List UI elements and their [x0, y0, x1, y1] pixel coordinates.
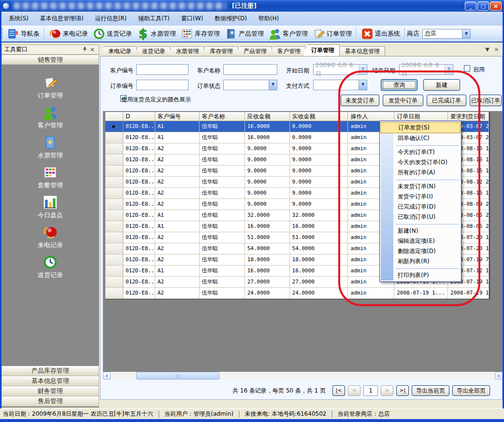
table-row[interactable]: 012D-E8...A2伍华聪24.000024.0000admin2008-0…	[105, 288, 489, 299]
toolbar-button-people[interactable]: 客户管理	[266, 27, 310, 41]
tab-产品管理[interactable]: 产品管理	[235, 46, 272, 56]
next-page-button[interactable]: >	[381, 385, 393, 396]
tool-window-close-icon[interactable]: ×	[88, 46, 96, 53]
tab-送货记录[interactable]: 送货记录	[134, 46, 171, 56]
row-selector[interactable]	[105, 232, 123, 243]
sidebar-group-sales[interactable]: 销售管理	[1, 55, 99, 65]
row-selector[interactable]	[105, 199, 123, 210]
row-selector[interactable]	[105, 254, 123, 266]
tab-订单管理[interactable]: 订单管理	[303, 44, 340, 56]
context-menu-item-已取消订单(U)[interactable]: 已取消订单(U)	[380, 212, 461, 222]
menu-item[interactable]: 数据维护(D)	[210, 13, 252, 24]
sidebar-group-产品库存管理[interactable]: 产品库存管理	[1, 366, 99, 376]
start-date-picker[interactable]: 2009年 6月 8日 ▼	[313, 64, 367, 75]
row-selector[interactable]	[105, 166, 123, 177]
context-menu-item-刷新列表(R)[interactable]: 刷新列表(R)	[380, 256, 461, 267]
pin-icon[interactable]	[81, 46, 88, 53]
context-menu-item-删除选定项(D)[interactable]: 删除选定项(D)	[380, 246, 461, 256]
toolbar-button-clock[interactable]: 送货记录	[90, 27, 134, 41]
payment-dropdown-icon[interactable]: ▼	[359, 80, 367, 90]
column-header[interactable]: 订单日期	[394, 112, 448, 121]
shop-select[interactable]: 总店▼	[422, 29, 471, 39]
column-header[interactable]: 客户名称	[200, 112, 245, 121]
context-menu-item-编辑选定项(E)[interactable]: 编辑选定项(E)	[380, 236, 461, 246]
close-button[interactable]: ×	[490, 1, 502, 11]
scroll-right-icon[interactable]: ›	[495, 372, 503, 380]
row-selector[interactable]	[105, 177, 123, 188]
start-date-dropdown-icon[interactable]: ▼	[359, 65, 367, 74]
column-header[interactable]: D	[123, 112, 155, 121]
context-menu-item-订单发货(S)[interactable]: 订单发货(S)	[380, 122, 461, 133]
menu-item[interactable]: 辅助工具(T)	[133, 13, 174, 24]
context-menu-item-所有的订单(A)[interactable]: 所有的订单(A)	[380, 168, 461, 178]
row-selector[interactable]	[105, 277, 123, 288]
tab-客户管理[interactable]: 客户管理	[269, 46, 306, 56]
row-selector[interactable]	[105, 288, 123, 299]
toolbar-button-exit[interactable]: 退出系统	[359, 27, 403, 41]
toolbar-button-calendar-grid[interactable]: 库存管理	[178, 27, 222, 41]
toolbar-button-order-pen[interactable]: 订单管理	[310, 27, 354, 41]
column-header[interactable]: 客户编号	[155, 112, 200, 121]
last-page-button[interactable]: >|	[396, 385, 409, 396]
column-header[interactable]	[105, 112, 123, 121]
sidebar-item-来电记录[interactable]: 来电记录	[1, 220, 99, 250]
menu-item[interactable]: 基本信息管理(B)	[35, 13, 88, 24]
context-menu-item-今天的订单(T)[interactable]: 今天的订单(T)	[380, 147, 461, 157]
context-menu-item-回单确认(C)[interactable]: 回单确认(C)	[380, 133, 461, 143]
status-filter-已取消订单[interactable]: 已取消订单	[470, 95, 502, 106]
sidebar-item-客户管理[interactable]: 客户管理	[1, 100, 99, 130]
column-header[interactable]: 要求到货日期	[448, 112, 489, 121]
first-page-button[interactable]: |<	[332, 385, 345, 396]
status-filter-发货中订单[interactable]: 发货中订单	[383, 95, 423, 106]
order-no-input[interactable]	[136, 80, 188, 90]
context-menu-item-打印列表(P)[interactable]: 打印列表(P)	[380, 270, 461, 281]
sidebar-item-订单管理[interactable]: 订单管理	[1, 70, 99, 100]
tab-基本信息管理[interactable]: 基本信息管理	[337, 46, 385, 56]
minimize-button[interactable]: _	[465, 1, 476, 11]
sidebar-item-送货记录[interactable]: 送货记录	[1, 250, 99, 280]
tab-close-icon[interactable]: ×	[494, 46, 499, 53]
context-menu-item-发货中订单(I)[interactable]: 发货中订单(I)	[380, 192, 461, 202]
column-header[interactable]: 操作人	[348, 112, 394, 121]
end-date-dropdown-icon[interactable]: ▼	[445, 65, 453, 74]
row-selector[interactable]	[105, 143, 123, 155]
row-selector[interactable]	[105, 155, 123, 166]
sidebar-item-套餐管理[interactable]: 套餐管理	[1, 160, 99, 190]
row-selector[interactable]	[105, 221, 123, 232]
sidebar-item-今日盘点[interactable]: 今日盘点	[1, 190, 99, 220]
row-selector[interactable]: ▶	[105, 121, 123, 132]
order-status-select[interactable]: ▼	[223, 80, 277, 90]
enable-date-checkbox[interactable]	[464, 65, 470, 71]
sidebar-group-财务管理[interactable]: 财务管理	[1, 386, 99, 396]
customer-name-input[interactable]	[223, 64, 277, 75]
maximize-button[interactable]: □	[477, 1, 489, 11]
status-filter-未发货订单[interactable]: 未发货订单	[341, 95, 379, 106]
tab-库存管理[interactable]: 库存管理	[202, 46, 238, 56]
row-selector[interactable]	[105, 132, 123, 143]
toolbar-button-navigator-book[interactable]: 导航条	[4, 27, 42, 41]
row-selector[interactable]	[105, 266, 123, 277]
toolbar-button-product-book[interactable]: 产品管理	[222, 27, 266, 41]
menu-item[interactable]: 帮助(H)	[254, 13, 284, 24]
prev-page-button[interactable]: <	[348, 385, 360, 396]
shop-dropdown-icon[interactable]: ▼	[462, 29, 470, 38]
sidebar-group-基本信息管理[interactable]: 基本信息管理	[1, 376, 99, 386]
page-number-input[interactable]: 1	[363, 385, 378, 396]
new-button[interactable]: 新建	[423, 79, 460, 91]
query-button[interactable]: 查询	[381, 79, 418, 91]
row-selector[interactable]	[105, 188, 123, 199]
status-filter-已完成订单[interactable]: 已完成订单	[427, 95, 466, 106]
column-header[interactable]: 应收金额	[245, 112, 290, 121]
context-menu-item-未发货订单(N)[interactable]: 未发货订单(N)	[380, 182, 461, 192]
customer-no-input[interactable]	[136, 64, 188, 75]
toolbar-button-bell[interactable]: 来电记录	[46, 27, 90, 41]
tab-来电记录[interactable]: 来电记录	[100, 46, 137, 56]
sidebar-group-售后管理[interactable]: 售后管理	[1, 396, 99, 407]
column-header[interactable]: 实收金额	[290, 112, 348, 121]
sidebar-item-水票管理[interactable]: 水票管理	[1, 130, 99, 160]
tab-水票管理[interactable]: 水票管理	[168, 46, 204, 56]
menu-item[interactable]: 窗口(W)	[176, 13, 208, 24]
context-menu-item-今天的发货订单(O)[interactable]: 今天的发货订单(O)	[380, 157, 461, 168]
end-date-picker[interactable]: 2009年 6月 8日 ▼	[399, 64, 453, 75]
scroll-left-icon[interactable]: ‹	[103, 372, 111, 380]
